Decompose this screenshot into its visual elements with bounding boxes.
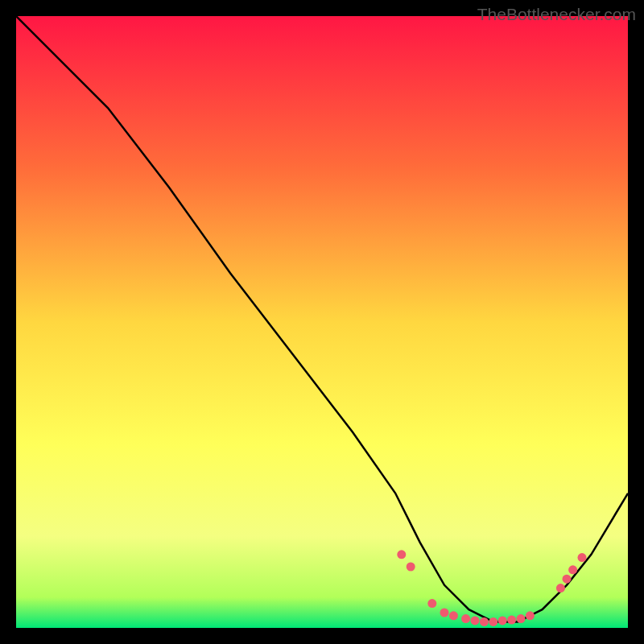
data-point	[461, 614, 470, 623]
data-point	[568, 565, 577, 574]
data-point	[517, 614, 526, 623]
data-point	[526, 611, 535, 620]
chart-container: TheBottlenecker.com	[0, 0, 644, 644]
data-point	[489, 617, 497, 626]
data-point	[507, 616, 516, 625]
data-point	[556, 584, 565, 592]
data-point	[440, 609, 449, 617]
watermark-text: TheBottlenecker.com	[477, 5, 636, 24]
plot-area	[16, 16, 628, 628]
data-point	[449, 611, 458, 620]
chart-svg	[16, 16, 628, 628]
data-point	[578, 553, 587, 562]
data-point	[407, 563, 415, 572]
data-point	[471, 616, 480, 625]
data-point	[480, 617, 489, 626]
data-point	[563, 575, 572, 584]
data-point	[427, 599, 436, 608]
data-point	[498, 616, 507, 625]
data-point	[397, 550, 406, 559]
